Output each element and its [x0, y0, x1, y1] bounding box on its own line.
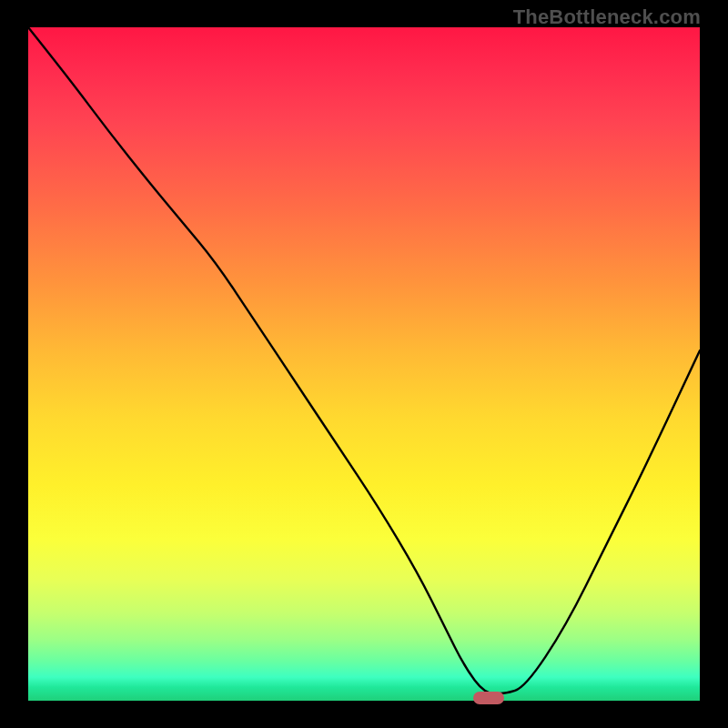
bottleneck-curve — [28, 27, 700, 701]
watermark-text: TheBottleneck.com — [513, 5, 701, 29]
curve-path — [28, 27, 700, 694]
chart-frame: TheBottleneck.com — [0, 0, 728, 728]
optimal-point-marker — [473, 692, 504, 704]
